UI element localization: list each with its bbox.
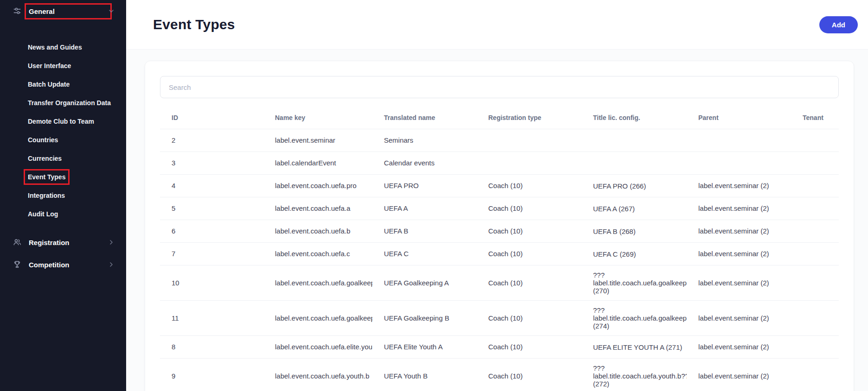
column-header-id: ID	[160, 107, 263, 129]
table-row[interactable]: 3label.calendarEventCalendar events	[160, 152, 839, 175]
sidebar-item-transfer-organization-data[interactable]: Transfer Organization Data	[0, 94, 126, 112]
table-row[interactable]: 11label.event.coach.uefa.goalkeepUEFA Go…	[160, 301, 839, 336]
cell-name-key: label.event.coach.uefa.a	[263, 197, 372, 220]
cell-parent	[687, 129, 791, 152]
cell-parent: label.event.seminar (2)	[687, 175, 791, 197]
title-config-line: UEFA ELITE YOUTH A (271)	[593, 343, 683, 351]
cell-title-lic-config: UEFA A (267)	[581, 197, 687, 220]
chevron-right-icon	[108, 239, 115, 246]
table-row[interactable]: 7label.event.coach.uefa.cUEFA CCoach (10…	[160, 243, 839, 265]
cell-id: 8	[160, 336, 263, 359]
cell-tenant	[791, 359, 839, 391]
title-config-line: (272)	[593, 380, 683, 388]
column-header-tenant: Tenant	[791, 107, 839, 129]
cell-id: 5	[160, 197, 263, 220]
sidebar-item-label: Countries	[28, 136, 58, 144]
table-row[interactable]: 10label.event.coach.uefa.goalkeepUEFA Go…	[160, 265, 839, 301]
cell-id: 10	[160, 265, 263, 301]
cell-title-lic-config	[581, 129, 687, 152]
cell-translated-name: UEFA Youth B	[372, 359, 477, 391]
cell-translated-name: UEFA C	[372, 243, 477, 265]
sidebar-item-audit-log[interactable]: Audit Log	[0, 205, 126, 223]
sidebar-item-label: Audit Log	[28, 210, 58, 218]
cell-registration-type: Coach (10)	[477, 301, 581, 336]
cell-id: 2	[160, 129, 263, 152]
search-input[interactable]	[160, 76, 839, 98]
table-row[interactable]: 4label.event.coach.uefa.proUEFA PROCoach…	[160, 175, 839, 197]
title-config-line: label.title.coach.uefa.youth.b???	[593, 372, 683, 380]
cell-title-lic-config: ???label.title.coach.uefa.goalkeepe(274)	[581, 301, 687, 336]
title-config-line: ???	[593, 271, 683, 279]
column-header-title-lic-config: Title lic. config.	[581, 107, 687, 129]
sidebar-item-label: Transfer Organization Data	[28, 99, 111, 107]
cell-tenant	[791, 265, 839, 301]
sidebar-item-news-and-guides[interactable]: News and Guides	[0, 38, 126, 57]
column-header-translated-name: Translated name	[372, 107, 477, 129]
sidebar-item-label: Currencies	[28, 155, 62, 162]
cell-id: 7	[160, 243, 263, 265]
cell-title-lic-config: UEFA PRO (266)	[581, 175, 687, 197]
cell-tenant	[791, 301, 839, 336]
cell-title-lic-config: UEFA B (268)	[581, 220, 687, 243]
sidebar-item-general[interactable]: General	[0, 0, 126, 22]
cell-title-lic-config: ???label.title.coach.uefa.youth.b???(272…	[581, 359, 687, 391]
cell-name-key: label.event.coach.uefa.pro	[263, 175, 372, 197]
sidebar-item-label: News and Guides	[28, 44, 82, 51]
cell-translated-name: UEFA Elite Youth A	[372, 336, 477, 359]
table-head: IDName keyTranslated nameRegistration ty…	[160, 107, 839, 129]
cell-translated-name: UEFA Goalkeeping B	[372, 301, 477, 336]
sidebar-item-label: Integrations	[28, 192, 65, 199]
event-types-table: IDName keyTranslated nameRegistration ty…	[160, 107, 839, 391]
add-button[interactable]: Add	[819, 16, 858, 33]
people-icon	[12, 237, 22, 247]
sidebar-item-competition[interactable]: Competition	[0, 253, 126, 276]
table-row[interactable]: 5label.event.coach.uefa.aUEFA ACoach (10…	[160, 197, 839, 220]
sidebar-item-registration[interactable]: Registration	[0, 231, 126, 253]
sidebar-item-user-interface[interactable]: User Interface	[0, 57, 126, 75]
cell-parent: label.event.seminar (2)	[687, 220, 791, 243]
trophy-icon	[12, 259, 22, 270]
sidebar-item-integrations[interactable]: Integrations	[0, 186, 126, 205]
sidebar-item-batch-update[interactable]: Batch Update	[0, 75, 126, 94]
cell-name-key: label.event.coach.uefa.c	[263, 243, 372, 265]
sidebar-item-label: Event Types	[28, 173, 65, 181]
table-row[interactable]: 6label.event.coach.uefa.bUEFA BCoach (10…	[160, 220, 839, 243]
cell-tenant	[791, 220, 839, 243]
sidebar-item-label-competition: Competition	[29, 261, 108, 269]
cell-parent: label.event.seminar (2)	[687, 197, 791, 220]
title-config-line: UEFA B (268)	[593, 227, 683, 235]
sidebar-item-label: Demote Club to Team	[28, 118, 94, 125]
column-header-registration-type: Registration type	[477, 107, 581, 129]
table-row[interactable]: 8label.event.coach.uefa.elite.youUEFA El…	[160, 336, 839, 359]
cell-tenant	[791, 175, 839, 197]
event-types-card: IDName keyTranslated nameRegistration ty…	[145, 61, 854, 391]
header-row: IDName keyTranslated nameRegistration ty…	[160, 107, 839, 129]
cell-parent: label.event.seminar (2)	[687, 336, 791, 359]
main-area: Event Types Add IDName keyTranslated nam…	[126, 0, 868, 391]
title-config-line: UEFA C (269)	[593, 250, 683, 258]
cell-parent: label.event.seminar (2)	[687, 359, 791, 391]
cell-parent: label.event.seminar (2)	[687, 301, 791, 336]
cell-name-key: label.event.coach.uefa.b	[263, 220, 372, 243]
sidebar-item-event-types[interactable]: Event Types	[0, 168, 126, 186]
table-row[interactable]: 2label.event.seminarSeminars	[160, 129, 839, 152]
cell-parent: label.event.seminar (2)	[687, 243, 791, 265]
sidebar-item-currencies[interactable]: Currencies	[0, 149, 126, 168]
table-row[interactable]: 9label.event.coach.uefa.youth.bUEFA Yout…	[160, 359, 839, 391]
app-root: General News and GuidesUser InterfaceBat…	[0, 0, 868, 391]
cell-id: 4	[160, 175, 263, 197]
title-config-line: (274)	[593, 322, 683, 330]
cell-id: 3	[160, 152, 263, 175]
sidebar-item-label-general: General	[29, 7, 108, 15]
cell-translated-name: Seminars	[372, 129, 477, 152]
sidebar-item-label: Batch Update	[28, 81, 70, 88]
sliders-icon	[12, 6, 22, 16]
cell-translated-name: UEFA PRO	[372, 175, 477, 197]
sidebar-item-demote-club-to-team[interactable]: Demote Club to Team	[0, 112, 126, 131]
sidebar-item-countries[interactable]: Countries	[0, 131, 126, 149]
cell-tenant	[791, 336, 839, 359]
cell-title-lic-config: UEFA ELITE YOUTH A (271)	[581, 336, 687, 359]
cell-registration-type: Coach (10)	[477, 265, 581, 301]
sidebar: General News and GuidesUser InterfaceBat…	[0, 0, 126, 391]
cell-translated-name: Calendar events	[372, 152, 477, 175]
